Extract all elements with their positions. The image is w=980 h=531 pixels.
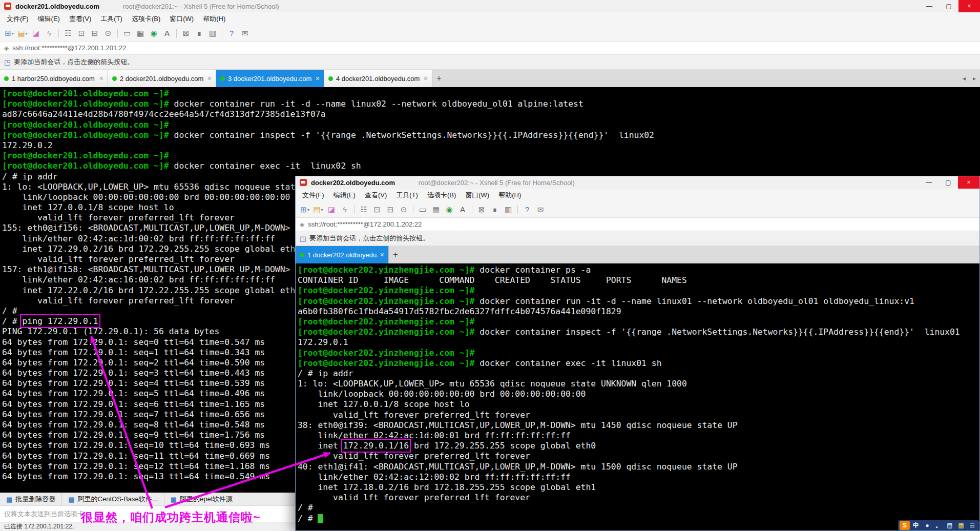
terminal-line: 172.29.0.2 [2,140,980,151]
chinese-mode-indicator[interactable]: 中 [911,521,921,530]
close-button[interactable]: × [958,176,979,189]
window2-titlebar[interactable]: docker202.oldboyedu.com root@docker202:~… [296,176,979,189]
window1-subtitle: root@docker201:~ - Xshell 5 (Free for Ho… [123,3,279,10]
reconnect-icon[interactable]: ϟ [339,203,351,216]
punctuation-indicator[interactable]: 。 [933,521,944,530]
window2-infobar: ◳ 要添加当前会话，点击左侧的箭头按钮。 [296,231,979,246]
maximize-button[interactable]: ▢ [939,176,958,189]
tab-harbor250[interactable]: 1 harbor250.oldboyedu.com× [0,70,108,87]
tab-close-icon[interactable]: × [316,74,320,83]
menu-file[interactable]: 文件(F) [298,189,329,202]
quick-command-icon: ▦ [171,496,177,503]
quick-aliyun-epel[interactable]: ▦阿里的epel软件源 [164,493,239,505]
calculator-icon[interactable]: ▥ [206,27,219,39]
terminal-line: [root@docker201.oldboyedu.com ~]# docker… [2,99,980,109]
tab-docker201-2[interactable]: 2 docker201.oldboyedu.com× [108,70,216,87]
menu-view[interactable]: 查看(V) [65,12,96,26]
new-session-icon[interactable]: ⊞▾ [299,203,311,216]
dropdown-caret-icon[interactable]: ▾ [12,31,14,36]
new-session-icon[interactable]: ⊞▾ [3,27,15,40]
maximize-button[interactable]: ▢ [939,0,958,12]
toolbox-icon[interactable]: ▦ [956,521,966,530]
menu-tabs[interactable]: 选项卡(B) [423,189,461,202]
terminal-line: 38: eth0@if39: <BROADCAST,MULTICAST,UP,L… [298,420,979,431]
menu-view[interactable]: 查看(V) [360,189,391,202]
minimize-button[interactable]: — [920,0,939,12]
lock-icon[interactable]: ∎ [193,27,205,39]
find-icon[interactable]: ⊙ [398,203,410,216]
tab-close-icon[interactable]: × [207,74,212,83]
menu-window[interactable]: 窗口(W) [165,12,198,26]
menu-help[interactable]: 帮助(H) [198,12,230,26]
window2-notice-text: 要添加当前会话，点击左侧的箭头按钮。 [309,234,429,243]
window1-addressbar[interactable]: ◈ ssh://root:**********@172.200.1.201:22 [0,42,980,55]
session-properties-icon[interactable]: ☷ [358,203,370,216]
copy-icon[interactable]: ⊡ [75,27,88,39]
dropdown-caret-icon[interactable]: ▾ [26,31,28,36]
paste-icon[interactable]: ⊟ [89,27,101,39]
tab-label: 3 docker201.oldboyedu.com [228,75,314,83]
find-icon[interactable]: ⊙ [102,27,114,39]
menu-tools[interactable]: 工具(T) [96,12,127,26]
window2-addressbar[interactable]: ◈ ssh://root:**********@172.200.1.202:22 [296,218,979,231]
desktop: docker201.oldboyedu.com root@docker201:~… [0,0,980,531]
feedback-icon[interactable]: ✉ [239,27,251,39]
tab-scroll-left[interactable]: ◂ [960,70,969,87]
open-folder-icon[interactable]: ▤▾ [312,203,324,216]
fullwidth-indicator[interactable]: ● [922,521,932,530]
close-button[interactable]: × [958,0,980,12]
menu-window[interactable]: 窗口(W) [461,189,494,202]
tile-windows-icon[interactable]: ▦ [430,203,442,216]
tab-docker201-3[interactable]: 3 docker201.oldboyedu.com× [216,70,324,87]
window1-toolbar: ⊞▾▤▾◪ϟ☷⊡⊟⊙▭▦◉A⊠∎▥?✉ [0,26,980,42]
copy-icon[interactable]: ⊡ [371,203,383,216]
tile-windows-icon[interactable]: ▦ [134,27,147,39]
encoding-globe-icon[interactable]: ◉ [443,203,455,216]
terminal-docker202[interactable]: [root@docker202.yinzhengjie.com ~]# dock… [296,263,979,530]
open-folder-icon[interactable]: ▤▾ [16,27,29,40]
dropdown-caret-icon[interactable]: ▾ [321,208,323,212]
compose-icon[interactable]: ▭ [416,203,429,216]
new-tab-button[interactable]: + [432,70,446,87]
menu-edit[interactable]: 编辑(E) [329,189,360,202]
session-properties-icon[interactable]: ☷ [62,27,74,39]
minimize-button[interactable]: — [919,176,939,189]
fullscreen-icon[interactable]: ⊠ [180,27,192,39]
lock-icon[interactable]: ∎ [489,203,501,216]
tab-scroll-right[interactable]: ▸ [970,70,979,87]
window1-titlebar[interactable]: docker201.oldboyedu.com root@docker201:~… [0,0,980,12]
sogou-logo[interactable]: S [900,521,910,530]
feedback-icon[interactable]: ✉ [534,203,547,216]
erase-screen-icon[interactable]: ◪ [325,203,338,216]
reconnect-icon[interactable]: ϟ [43,27,55,39]
font-icon[interactable]: A [456,203,469,216]
fullscreen-icon[interactable]: ⊠ [475,203,488,216]
paste-icon[interactable]: ⊟ [384,203,397,216]
soft-keyboard-icon[interactable]: ▤ [945,521,955,530]
erase-screen-icon[interactable]: ◪ [30,27,42,39]
dropdown-caret-icon[interactable]: ▾ [307,208,309,212]
help-icon[interactable]: ? [225,27,238,39]
tab-close-icon[interactable]: × [424,74,428,83]
font-icon[interactable]: A [161,27,173,39]
send-text-label: 仅将文本发送到当前选项卡 [4,509,84,519]
new-tab-button[interactable]: + [389,246,402,263]
menu-edit[interactable]: 编辑(E) [33,12,65,26]
encoding-globe-icon[interactable]: ◉ [148,27,160,39]
quick-batch-delete-containers[interactable]: ▦批量删除容器 [0,493,62,505]
tab-close-icon[interactable]: × [99,74,103,83]
terminal-line: valid_lft forever preferred_lft forever [298,493,979,503]
compose-icon[interactable]: ▭ [121,27,133,39]
calculator-icon[interactable]: ▥ [502,203,514,216]
toolbar-separator [472,205,472,214]
tab-docker201-4[interactable]: 4 docker201.oldboyedu.com× [324,70,432,87]
menu-tabs[interactable]: 选项卡(B) [127,12,165,26]
menu-tools[interactable]: 工具(T) [391,189,423,202]
help-icon[interactable]: ? [521,203,533,216]
tab-close-icon[interactable]: × [380,251,384,259]
tab-docker202[interactable]: 1 docker202.oldboyedu.com× [296,246,389,263]
menu-help[interactable]: 帮助(H) [494,189,526,202]
menu-file[interactable]: 文件(F) [2,12,33,26]
sogou-menu-icon[interactable]: ☰ [967,521,977,530]
quick-aliyun-centos-base[interactable]: ▦阿里的CentOS-Base软件... [62,493,164,505]
